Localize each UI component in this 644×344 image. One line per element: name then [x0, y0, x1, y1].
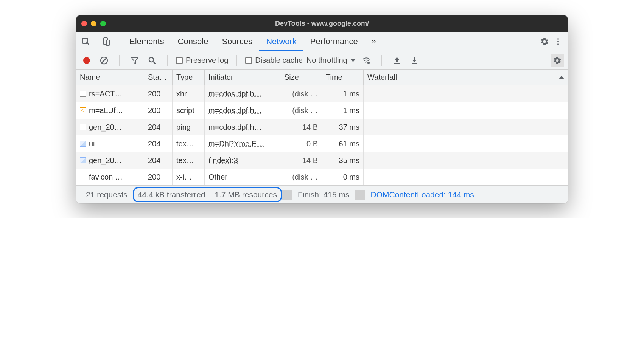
- table-row[interactable]: gen_20…204tex…(index):314 B35 ms: [76, 152, 568, 169]
- request-time: 35 ms: [322, 152, 364, 169]
- table-row[interactable]: ui204tex…m=DhPYme,E…0 B61 ms: [76, 135, 568, 152]
- record-button[interactable]: [80, 54, 93, 67]
- request-size: (disk …: [280, 85, 322, 102]
- inspect-element-icon[interactable]: [79, 35, 93, 48]
- request-initiator-link[interactable]: m=cdos,dpf,h…: [208, 123, 262, 132]
- request-size: 0 B: [280, 135, 322, 152]
- request-status: 200: [144, 169, 173, 185]
- divider: [167, 55, 168, 66]
- request-initiator-link[interactable]: m=cdos,dpf,h…: [208, 106, 262, 115]
- more-menu-icon[interactable]: [551, 35, 565, 48]
- image-file-icon: [80, 157, 86, 163]
- clear-icon[interactable]: [97, 54, 111, 67]
- divider: [118, 36, 118, 47]
- request-name: favicon.…: [89, 173, 123, 181]
- col-type[interactable]: Type: [173, 70, 205, 85]
- tab-elements[interactable]: Elements: [123, 32, 171, 51]
- divider: [236, 55, 237, 66]
- request-time: 0 ms: [322, 169, 364, 185]
- svg-point-4: [557, 41, 559, 42]
- request-status: 204: [144, 152, 173, 169]
- status-domcontentloaded: DOMContentLoaded: 144 ms: [365, 190, 479, 199]
- minimize-window-button[interactable]: [91, 21, 96, 26]
- request-status: 200: [144, 102, 173, 119]
- tab-performance[interactable]: Performance: [303, 32, 365, 51]
- highlighted-transfer-summary: 44.4 kB transferred 1.7 MB resources: [133, 187, 282, 202]
- request-type: ping: [173, 119, 205, 135]
- filter-icon[interactable]: [128, 54, 142, 67]
- request-name: ui: [89, 139, 95, 148]
- tab-sources[interactable]: Sources: [215, 32, 259, 51]
- request-status: 204: [144, 119, 173, 135]
- status-bar: 21 requests 44.4 kB transferred 1.7 MB r…: [76, 185, 568, 203]
- sort-asc-icon: [559, 76, 564, 79]
- request-initiator-link[interactable]: m=DhPYme,E…: [208, 139, 264, 148]
- divider: [542, 55, 542, 66]
- divider: [381, 55, 382, 66]
- throttling-select[interactable]: No throttling: [306, 56, 356, 65]
- request-name: gen_20…: [89, 123, 122, 132]
- upload-har-icon[interactable]: [390, 54, 404, 67]
- table-row[interactable]: gen_20…204pingm=cdos,dpf,h…14 B37 ms: [76, 119, 568, 135]
- disable-cache-checkbox[interactable]: Disable cache: [245, 56, 303, 65]
- request-time: 37 ms: [322, 119, 364, 135]
- doc-file-icon: [80, 91, 86, 97]
- window-title: DevTools - www.google.com/: [76, 20, 568, 28]
- col-name[interactable]: Name: [76, 70, 144, 85]
- request-name: rs=ACT…: [89, 90, 122, 98]
- col-status[interactable]: Sta…: [144, 70, 173, 85]
- network-settings-gear-icon[interactable]: [551, 54, 564, 67]
- request-initiator-link[interactable]: Other: [208, 173, 227, 181]
- download-har-icon[interactable]: [408, 54, 421, 67]
- col-time[interactable]: Time: [322, 70, 364, 85]
- image-file-icon: [80, 141, 86, 147]
- request-type: script: [173, 102, 205, 119]
- request-name: m=aLUf…: [89, 106, 123, 115]
- svg-point-8: [149, 57, 154, 62]
- status-transferred: 44.4 kB transferred: [138, 190, 205, 199]
- request-name: gen_20…: [89, 156, 122, 165]
- request-size: 14 B: [280, 152, 322, 169]
- request-initiator-link[interactable]: (index):3: [208, 156, 238, 165]
- table-row[interactable]: rs=ACT…200xhrm=cdos,dpf,h…(disk …1 ms: [76, 85, 568, 102]
- script-file-icon: [80, 107, 86, 113]
- tab-overflow[interactable]: »: [365, 32, 383, 51]
- col-initiator[interactable]: Initiator: [205, 70, 280, 85]
- devtools-tabbar: Elements Console Sources Network Perform…: [76, 32, 568, 51]
- request-time: 61 ms: [322, 135, 364, 152]
- divider: [119, 55, 120, 66]
- status-finish: Finish: 415 ms: [292, 190, 355, 199]
- table-row[interactable]: favicon.…200x-i…Other(disk …0 ms: [76, 169, 568, 185]
- svg-rect-2: [106, 40, 109, 45]
- chevron-down-icon: [350, 59, 356, 62]
- col-waterfall[interactable]: Waterfall: [364, 70, 568, 85]
- request-type: xhr: [173, 85, 205, 102]
- svg-rect-11: [394, 63, 400, 64]
- request-type: tex…: [173, 135, 205, 152]
- svg-line-9: [153, 62, 156, 64]
- svg-point-3: [557, 38, 559, 40]
- svg-point-10: [368, 62, 369, 64]
- network-conditions-icon[interactable]: [359, 54, 373, 67]
- network-toolbar: Preserve log Disable cache No throttling: [76, 51, 568, 70]
- search-icon[interactable]: [145, 54, 159, 67]
- device-toolbar-icon[interactable]: [100, 35, 113, 48]
- request-time: 1 ms: [322, 85, 364, 102]
- status-resources: 1.7 MB resources: [215, 190, 277, 199]
- svg-point-5: [557, 43, 559, 45]
- preserve-log-checkbox[interactable]: Preserve log: [176, 56, 228, 65]
- request-initiator-link[interactable]: m=cdos,dpf,h…: [208, 90, 262, 98]
- tab-network[interactable]: Network: [259, 32, 303, 51]
- request-size: (disk …: [280, 102, 322, 119]
- table-row[interactable]: m=aLUf…200scriptm=cdos,dpf,h…(disk …1 ms: [76, 102, 568, 119]
- tab-console[interactable]: Console: [171, 32, 215, 51]
- col-size[interactable]: Size: [280, 70, 322, 85]
- svg-rect-12: [412, 63, 417, 64]
- close-window-button[interactable]: [81, 21, 87, 26]
- request-type: x-i…: [173, 169, 205, 185]
- settings-gear-icon[interactable]: [538, 35, 551, 48]
- svg-line-7: [101, 58, 107, 63]
- titlebar: DevTools - www.google.com/: [76, 15, 568, 32]
- maximize-window-button[interactable]: [100, 21, 106, 26]
- status-requests: 21 requests: [81, 190, 133, 199]
